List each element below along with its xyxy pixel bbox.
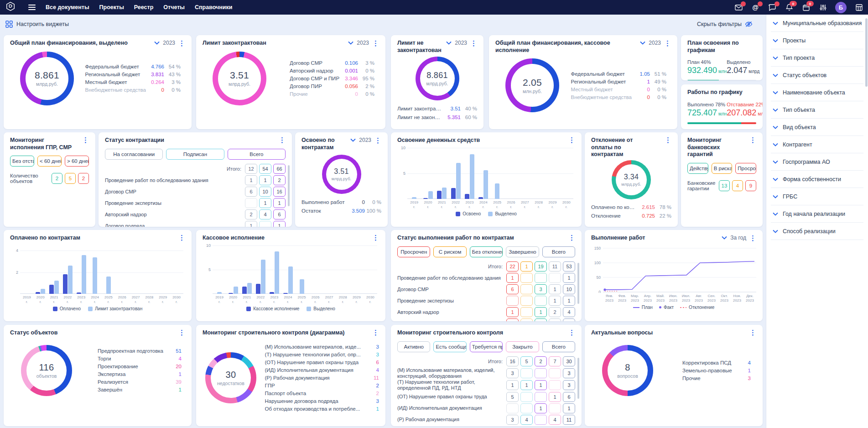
kebab-menu-icon[interactable]: ⋮ — [178, 40, 185, 46]
year-selector[interactable]: 2023 — [455, 40, 467, 46]
kebab-menu-icon[interactable]: ⋮ — [279, 137, 286, 143]
filter-chip[interactable]: Без отклонения — [470, 246, 503, 257]
page-scrollbar[interactable] — [865, 18, 868, 87]
donut-chart: 8.861млрд.руб. — [20, 52, 74, 105]
chevron-down-icon[interactable] — [348, 41, 353, 45]
bar — [478, 197, 483, 199]
filter-chip[interactable]: > 60 дней — [65, 156, 89, 167]
filter-chip[interactable]: Просрочена — [735, 163, 756, 174]
legend-value: 2 — [361, 391, 379, 396]
sidebar-filter-item[interactable]: Наименование объекта — [771, 84, 863, 101]
kebab-menu-icon[interactable]: ⋮ — [749, 137, 756, 143]
user-avatar[interactable]: Б — [835, 2, 847, 13]
chevron-down-icon[interactable] — [154, 41, 160, 45]
legend-row: Федеральный бюджет4.76654 % — [85, 63, 181, 71]
filter-chip[interactable]: Всего — [542, 246, 575, 257]
nav-menu-item[interactable]: Отчеты — [163, 4, 185, 10]
filter-chip[interactable]: Действующая — [687, 163, 708, 174]
widget-total-financing-cash: Общий план финансирования, кассовое испо… — [489, 35, 677, 129]
sidebar-filter-item[interactable]: Госпрограмма АО — [771, 153, 863, 171]
kebab-menu-icon[interactable]: ⋮ — [470, 40, 477, 46]
sidebar-filter-item[interactable]: ГРБС — [771, 188, 863, 205]
filter-chip[interactable]: В рисках — [712, 163, 733, 174]
line-chart: 050100150Янв.2023Фев.2023Мар.2023Апр.202… — [591, 245, 756, 310]
sidebar-filter-item[interactable]: Год начала реализации — [771, 205, 863, 223]
year-selector[interactable]: 2023 — [359, 137, 371, 143]
kebab-menu-icon[interactable]: ⋮ — [372, 235, 379, 240]
filter-chip[interactable]: Подписан — [166, 149, 224, 160]
legend-value: 0.001 — [340, 68, 358, 73]
bell-icon[interactable]: 0 — [785, 3, 794, 12]
kebab-menu-icon[interactable]: ⋮ — [178, 235, 185, 240]
chevron-down-icon[interactable] — [640, 41, 645, 45]
sidebar-filter-item[interactable]: Тип объекта — [771, 101, 863, 119]
kebab-menu-icon[interactable]: ⋮ — [749, 329, 756, 335]
table-row: Проведение экспертизы11 — [105, 198, 286, 209]
hide-filters-button[interactable]: Скрыть фильтры — [697, 21, 753, 27]
table-row: (ИД) Исполнительная документация11 — [397, 402, 575, 414]
widgets-grid-icon[interactable] — [854, 3, 863, 12]
configure-widgets-button[interactable]: Настроить виджеты — [5, 21, 69, 28]
kebab-menu-icon[interactable]: ⋮ — [178, 329, 185, 335]
filter-chip[interactable]: С риском — [433, 246, 466, 257]
sliders-icon[interactable] — [818, 3, 827, 12]
filter-chip[interactable]: Просрочен — [397, 246, 430, 257]
table-scrollbar[interactable] — [577, 263, 579, 304]
chart-legend-item: Кассовое исполнение — [246, 306, 299, 311]
nav-menu-item[interactable]: Справочники — [195, 4, 232, 10]
table-cell — [259, 221, 271, 227]
nav-menu-item[interactable]: Реестр — [134, 4, 153, 10]
filter-chip[interactable]: Требуется про... — [470, 341, 503, 352]
kebab-menu-icon[interactable]: ⋮ — [372, 329, 379, 335]
donut-unit: млрд.руб. — [36, 81, 58, 87]
table-cell: 30 — [563, 356, 575, 366]
year-selector[interactable]: 2023 — [649, 40, 661, 46]
app-logo-icon[interactable] — [5, 1, 16, 13]
chevron-down-icon[interactable] — [446, 41, 452, 45]
sidebar-filter-item[interactable]: Проекты — [771, 32, 863, 49]
filter-chip[interactable]: Есть сообщение — [433, 341, 466, 352]
line-chart-svg: 050100150 — [591, 245, 757, 293]
table-cell: 5 — [520, 356, 533, 366]
sidebar-filter-item[interactable]: Тип проекта — [771, 49, 863, 67]
year-selector[interactable]: 2023 — [357, 40, 369, 46]
sidebar-filter-item[interactable]: Контрагент — [771, 136, 863, 153]
filter-chip[interactable]: Закрыто — [506, 341, 539, 352]
sidebar-filter-item[interactable]: Статус объектов — [771, 67, 863, 84]
nav-menu-item[interactable]: Проекты — [99, 4, 124, 10]
filter-chip[interactable]: Завершено — [506, 246, 539, 257]
kebab-menu-icon[interactable]: ⋮ — [568, 329, 575, 335]
kebab-menu-icon[interactable]: ⋮ — [664, 40, 671, 46]
filter-chip[interactable]: На согласовании — [105, 149, 163, 160]
filter-chip[interactable]: Активно — [397, 341, 430, 352]
sidebar-filter-item[interactable]: Способ реализации — [771, 223, 863, 240]
filter-chip[interactable]: Без отставания — [10, 156, 34, 167]
sidebar-filter-item[interactable]: Вид объекта — [771, 119, 863, 136]
kebab-menu-icon[interactable]: ⋮ — [374, 137, 381, 143]
kebab-menu-icon[interactable]: ⋮ — [82, 137, 89, 143]
sidebar-filter-item[interactable]: Форма собственности — [771, 171, 863, 188]
table-scrollbar[interactable] — [577, 358, 579, 399]
table-scrollbar[interactable] — [288, 165, 290, 206]
kebab-menu-icon[interactable]: ⋮ — [749, 235, 756, 241]
nav-menu-item[interactable]: Все документы — [46, 4, 89, 10]
filter-chip[interactable]: < 60 дней — [37, 156, 62, 167]
sidebar-filter-item[interactable]: Муниципальные образования — [771, 15, 863, 32]
hamburger-menu-icon[interactable] — [28, 5, 36, 10]
chat-icon[interactable] — [768, 3, 777, 12]
chevron-down-icon[interactable] — [350, 138, 356, 142]
kebab-menu-icon[interactable]: ⋮ — [568, 235, 575, 240]
calendar-icon[interactable]: 0 — [801, 3, 811, 12]
table-cell: 19 — [535, 261, 547, 271]
mail-icon[interactable] — [734, 3, 743, 12]
filter-chip[interactable]: Всего — [542, 341, 575, 352]
table-cell: 1 — [259, 198, 271, 208]
year-selector[interactable]: 2023 — [163, 40, 175, 46]
period-selector[interactable]: За год — [730, 235, 746, 241]
mentions-icon[interactable]: @ — [751, 3, 760, 12]
kebab-menu-icon[interactable]: ⋮ — [372, 40, 379, 46]
chevron-down-icon[interactable] — [722, 236, 727, 240]
kebab-menu-icon[interactable]: ⋮ — [665, 137, 671, 143]
kebab-menu-icon[interactable]: ⋮ — [568, 137, 575, 143]
filter-chip[interactable]: Всего — [228, 149, 286, 160]
